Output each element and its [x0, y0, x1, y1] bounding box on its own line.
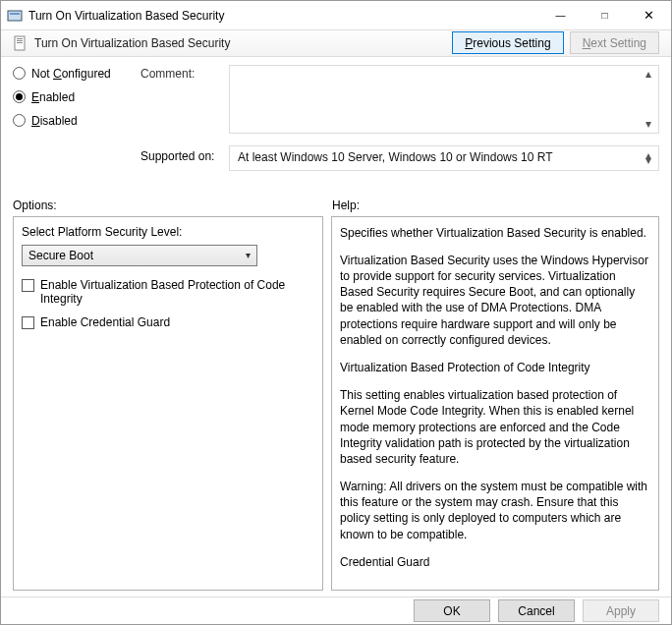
platform-security-select[interactable]: Secure Boot ▾: [22, 245, 257, 266]
checkbox-label: Enable Credential Guard: [40, 315, 170, 329]
minimize-button[interactable]: —: [538, 1, 583, 29]
close-button[interactable]: ✕: [627, 1, 671, 29]
supported-value: At least Windows 10 Server, Windows 10 o…: [229, 145, 659, 171]
help-paragraph: Warning: All drivers on the system must …: [340, 479, 650, 542]
radio-disabled[interactable]: Disabled: [13, 114, 140, 128]
svg-rect-3: [17, 38, 23, 39]
radio-not-configured[interactable]: Not Configured: [13, 67, 140, 81]
help-paragraph: Virtualization Based Protection of Code …: [340, 360, 650, 375]
apply-button[interactable]: Apply: [583, 599, 659, 622]
subheader-title: Turn On Virtualization Based Security: [34, 36, 230, 50]
help-paragraph: Virtualization Based Security uses the W…: [340, 253, 650, 348]
checkbox-label: Enable Virtualization Based Protection o…: [40, 278, 314, 306]
svg-rect-5: [17, 42, 23, 43]
radio-icon: [13, 114, 26, 127]
checkbox-credential-guard[interactable]: Enable Credential Guard: [22, 315, 314, 329]
checkbox-icon: [22, 316, 34, 329]
scroll-up-icon[interactable]: ▴: [640, 66, 656, 83]
radio-icon: [13, 67, 26, 80]
options-label: Options:: [13, 199, 332, 212]
radio-enabled[interactable]: Enabled: [13, 90, 140, 104]
policy-icon: [13, 35, 28, 51]
dialog-footer: OK Cancel Apply: [1, 597, 671, 624]
select-value: Secure Boot: [28, 249, 93, 262]
svg-rect-1: [10, 13, 20, 15]
comment-textarea[interactable]: ▴ ▾: [229, 65, 659, 134]
comment-label: Comment:: [140, 65, 229, 138]
cancel-button[interactable]: Cancel: [498, 599, 575, 622]
checkbox-icon: [22, 279, 34, 292]
previous-setting-button[interactable]: Previous Setting: [452, 31, 563, 54]
options-panel: Select Platform Security Level: Secure B…: [13, 216, 323, 591]
help-paragraph: Specifies whether Virtualization Based S…: [340, 225, 650, 241]
svg-rect-0: [8, 11, 22, 21]
radio-icon: [13, 90, 26, 103]
scroll-down-icon[interactable]: ▾: [640, 152, 656, 169]
help-paragraph: Credential Guard: [340, 554, 650, 570]
platform-security-label: Select Platform Security Level:: [22, 225, 314, 239]
help-label: Help:: [332, 199, 659, 212]
ok-button[interactable]: OK: [414, 599, 490, 622]
help-panel: Specifies whether Virtualization Based S…: [331, 216, 659, 591]
state-options: Not Configured Enabled Disabled: [13, 65, 140, 138]
chevron-down-icon: ▾: [246, 250, 251, 260]
help-paragraph: This setting enables virtualization base…: [340, 387, 650, 467]
maximize-button[interactable]: □: [583, 1, 627, 29]
supported-label: Supported on:: [140, 145, 229, 171]
subheader: Turn On Virtualization Based Security Pr…: [1, 30, 671, 57]
titlebar: Turn On Virtualization Based Security — …: [1, 1, 671, 30]
checkbox-vbp-code-integrity[interactable]: Enable Virtualization Based Protection o…: [22, 278, 314, 306]
next-setting-button[interactable]: Next Setting: [570, 31, 659, 54]
svg-rect-4: [17, 40, 23, 41]
app-icon: [7, 8, 23, 24]
scroll-down-icon[interactable]: ▾: [640, 116, 656, 133]
window-title: Turn On Virtualization Based Security: [28, 9, 224, 23]
